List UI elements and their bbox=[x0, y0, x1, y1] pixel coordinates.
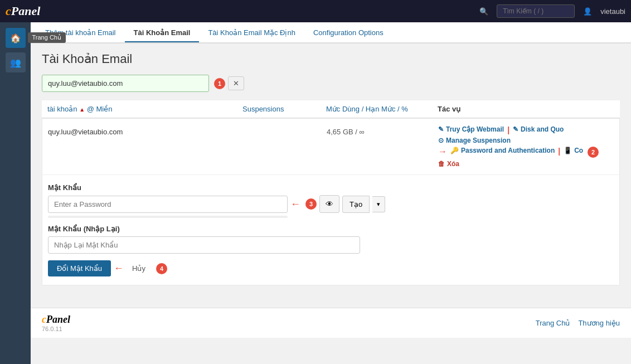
password-input-row: ← 3 👁 Tạo ▾ bbox=[48, 195, 614, 213]
generate-dropdown-button[interactable]: ▾ bbox=[372, 196, 385, 212]
annotation-2: 2 bbox=[588, 147, 599, 158]
page-title: Tài Khoản Email bbox=[42, 52, 620, 66]
footer-logo: cPanel bbox=[42, 314, 70, 326]
sidebar-home[interactable]: 🏠 Trang Chủ bbox=[6, 28, 26, 48]
search-row: 1 ✕ bbox=[42, 75, 620, 92]
confirm-password-label: Mật Khẩu (Nhập Lại) bbox=[48, 225, 614, 233]
table-row: quy.luu@vietaubio.com 4,65 GB / ∞ ✎ Truy… bbox=[42, 119, 619, 174]
toggle-password-button[interactable]: 👁 bbox=[319, 195, 339, 213]
action-buttons: ✎ Truy Cập Webmail | ✎ Disk and Quo ⊙ Ma… bbox=[433, 125, 619, 168]
action-links-row2: ⊙ Manage Suspension bbox=[438, 137, 614, 144]
tab-config-options[interactable]: Configuration Options bbox=[304, 24, 392, 42]
footer-logo-area: cPanel 76.0.11 bbox=[42, 314, 70, 332]
annotation-2-arrow: → bbox=[438, 147, 447, 157]
sidebar: 🏠 Trang Chủ 👥 bbox=[0, 22, 31, 364]
tab-bar: Thêm tài khoản Email Tài Khoản Email Tài… bbox=[31, 22, 631, 43]
webmail-link[interactable]: Truy Cập Webmail bbox=[446, 125, 504, 133]
action-links-row1: ✎ Truy Cập Webmail | ✎ Disk and Quo bbox=[438, 125, 614, 134]
action-links-row3: → 🔑 Password and Authentication | 📱 Co 2 bbox=[438, 147, 614, 158]
form-actions: Đổi Mật Khẩu ← Hủy 4 bbox=[48, 260, 614, 276]
clear-search-button[interactable]: ✕ bbox=[228, 76, 244, 90]
footer-links: Trang Chủ Thương hiệu bbox=[536, 319, 620, 327]
email-search-input[interactable] bbox=[42, 75, 209, 92]
col-header-usage: Mức Dùng / Hạn Mức / % bbox=[321, 105, 432, 113]
col-header-account: tài khoản ▲ @ Miền bbox=[42, 105, 237, 113]
annotation-3: 3 bbox=[305, 198, 317, 210]
password-auth-link[interactable]: Password and Authentication bbox=[461, 147, 555, 154]
user-link[interactable]: vietaubi bbox=[600, 7, 625, 16]
confirm-password-input[interactable] bbox=[48, 236, 360, 254]
annotation-3-arrow: ← bbox=[290, 198, 300, 210]
delete-link[interactable]: Xóa bbox=[447, 160, 459, 168]
email-address: quy.luu@vietaubio.com bbox=[42, 125, 237, 136]
global-search-input[interactable] bbox=[497, 4, 575, 18]
top-nav-right: 🔍 👤 vietaubi bbox=[479, 4, 625, 18]
annotation-4: 4 bbox=[156, 263, 167, 274]
user-icon: 👤 bbox=[583, 7, 592, 16]
delete-icon: 🗑 bbox=[438, 160, 445, 168]
search-icon: 🔍 bbox=[479, 7, 488, 16]
annotation-1: 1 bbox=[214, 78, 225, 89]
separator-1: | bbox=[506, 125, 511, 134]
footer-home-link[interactable]: Trang Chủ bbox=[536, 319, 570, 327]
connect-link[interactable]: Co bbox=[574, 147, 583, 154]
page-content: Tài Khoản Email 1 ✕ tài khoản ▲ @ Miền S… bbox=[31, 43, 631, 297]
password-label: Mật Khẩu bbox=[48, 183, 614, 192]
cpanel-logo: cPanel bbox=[6, 4, 40, 18]
phone-icon: 📱 bbox=[564, 147, 572, 154]
col-header-actions: Tác vụ bbox=[432, 105, 620, 113]
footer: cPanel 76.0.11 Trang Chủ Thương hiệu bbox=[31, 308, 631, 338]
password-section: Mật Khẩu ← 3 👁 Tạo ▾ Mật Khẩu (Nhập Lại)… bbox=[42, 174, 619, 285]
tab-email-accounts[interactable]: Tài Khoản Email bbox=[125, 24, 200, 42]
footer-brand-link[interactable]: Thương hiệu bbox=[578, 319, 620, 327]
annotation-4-arrow: ← bbox=[114, 263, 124, 274]
generate-password-button[interactable]: Tạo bbox=[342, 196, 370, 213]
suspend-icon: ⊙ bbox=[438, 137, 444, 144]
key-icon: 🔑 bbox=[450, 147, 459, 154]
password-strength-bar bbox=[48, 216, 288, 218]
top-nav: cPanel 🔍 👤 vietaubi bbox=[0, 0, 631, 22]
action-links-row4: 🗑 Xóa bbox=[438, 160, 614, 168]
webmail-icon: ✎ bbox=[438, 125, 444, 133]
table-header: tài khoản ▲ @ Miền Suspensions Mức Dùng … bbox=[42, 100, 620, 118]
change-password-button[interactable]: Đổi Mật Khẩu bbox=[48, 260, 111, 276]
sort-icon: ▲ bbox=[79, 106, 85, 113]
footer-version: 76.0.11 bbox=[42, 326, 70, 332]
sidebar-tooltip: Trang Chủ bbox=[28, 32, 66, 43]
sidebar-users[interactable]: 👥 bbox=[6, 52, 26, 72]
suspend-link[interactable]: Manage Suspension bbox=[446, 137, 511, 144]
cancel-button[interactable]: Hủy bbox=[127, 260, 151, 276]
suspension-status bbox=[237, 125, 321, 128]
tab-default-email[interactable]: Tài Khoản Email Mặc Định bbox=[199, 24, 304, 42]
col-header-suspensions: Suspensions bbox=[237, 105, 321, 113]
usage-display: 4,65 GB / ∞ bbox=[321, 125, 433, 136]
separator-2: | bbox=[557, 147, 561, 156]
main-content: Thêm tài khoản Email Tài Khoản Email Tài… bbox=[31, 22, 631, 364]
disk-icon: ✎ bbox=[513, 125, 518, 133]
password-input[interactable] bbox=[48, 196, 288, 213]
email-row-wrapper: quy.luu@vietaubio.com 4,65 GB / ∞ ✎ Truy… bbox=[42, 118, 620, 285]
disk-link[interactable]: Disk and Quo bbox=[521, 125, 564, 133]
layout: 🏠 Trang Chủ 👥 Thêm tài khoản Email Tài K… bbox=[0, 22, 631, 364]
